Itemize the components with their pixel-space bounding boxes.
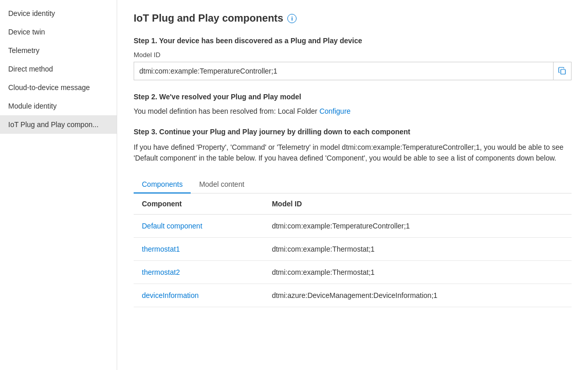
table-row: Default componentdtmi:com:example:Temper… xyxy=(134,215,572,238)
main-content: IoT Plug and Play components i Step 1. Y… xyxy=(117,0,588,370)
table-row: deviceInformationdtmi:azure:DeviceManage… xyxy=(134,284,572,307)
col-header-model-id: Model ID xyxy=(264,193,572,215)
step3-section: Step 3. Continue your Plug and Play jour… xyxy=(134,128,572,164)
step1-heading: Step 1. Your device has been discovered … xyxy=(134,37,572,45)
model-id-row xyxy=(134,62,572,80)
info-icon[interactable]: i xyxy=(287,14,297,23)
sidebar: Device identityDevice twinTelemetryDirec… xyxy=(0,0,117,370)
component-cell-2: thermostat2 xyxy=(134,261,264,284)
tab-components[interactable]: Components xyxy=(134,176,191,193)
step1-section: Step 1. Your device has been discovered … xyxy=(134,37,572,80)
table-row: thermostat1dtmi:com:example:Thermostat;1 xyxy=(134,238,572,261)
svg-rect-0 xyxy=(561,69,565,74)
page-title-row: IoT Plug and Play components i xyxy=(134,12,572,24)
table-header: ComponentModel ID xyxy=(134,193,572,215)
components-table: ComponentModel ID Default componentdtmi:… xyxy=(134,193,572,307)
model-id-label: Model ID xyxy=(134,51,572,59)
page-title-text: IoT Plug and Play components xyxy=(134,12,283,24)
component-cell-0: Default component xyxy=(134,215,264,238)
model-id-cell-2: dtmi:com:example:Thermostat;1 xyxy=(264,261,572,284)
model-id-cell-3: dtmi:azure:DeviceManagement:DeviceInform… xyxy=(264,284,572,307)
component-cell-1: thermostat1 xyxy=(134,238,264,261)
tabs-container: ComponentsModel content xyxy=(134,176,572,193)
configure-link[interactable]: Configure xyxy=(319,107,351,115)
table-row: thermostat2dtmi:com:example:Thermostat;1 xyxy=(134,261,572,284)
step3-heading: Step 3. Continue your Plug and Play jour… xyxy=(134,128,572,136)
tab-model-content[interactable]: Model content xyxy=(191,176,252,193)
sidebar-item-device-identity[interactable]: Device identity xyxy=(0,4,117,23)
model-id-cell-1: dtmi:com:example:Thermostat;1 xyxy=(264,238,572,261)
copy-button[interactable] xyxy=(553,62,572,80)
sidebar-item-direct-method[interactable]: Direct method xyxy=(0,60,117,78)
col-header-component: Component xyxy=(134,193,264,215)
model-id-cell-0: dtmi:com:example:TemperatureController;1 xyxy=(264,215,572,238)
component-link-0[interactable]: Default component xyxy=(142,222,203,230)
sidebar-item-device-twin[interactable]: Device twin xyxy=(0,23,117,41)
step2-heading: Step 2. We've resolved your Plug and Pla… xyxy=(134,93,572,101)
sidebar-item-module-identity[interactable]: Module identity xyxy=(0,97,117,115)
resolved-text: You model defintion has been resolved fr… xyxy=(134,107,572,115)
step3-description: If you have defined 'Property', 'Command… xyxy=(134,142,572,164)
sidebar-item-cloud-to-device[interactable]: Cloud-to-device message xyxy=(0,78,117,97)
table-body: Default componentdtmi:com:example:Temper… xyxy=(134,215,572,307)
sidebar-item-iot-plug-play[interactable]: IoT Plug and Play compon... xyxy=(0,115,117,134)
table-header-row: ComponentModel ID xyxy=(134,193,572,215)
step2-section: Step 2. We've resolved your Plug and Pla… xyxy=(134,93,572,115)
resolved-label: You model defintion has been resolved fr… xyxy=(134,107,317,115)
component-link-1[interactable]: thermostat1 xyxy=(142,245,180,253)
copy-icon xyxy=(558,67,566,75)
model-id-input[interactable] xyxy=(134,62,553,80)
component-cell-3: deviceInformation xyxy=(134,284,264,307)
component-link-3[interactable]: deviceInformation xyxy=(142,291,199,299)
component-link-2[interactable]: thermostat2 xyxy=(142,268,180,276)
sidebar-item-telemetry[interactable]: Telemetry xyxy=(0,41,117,60)
